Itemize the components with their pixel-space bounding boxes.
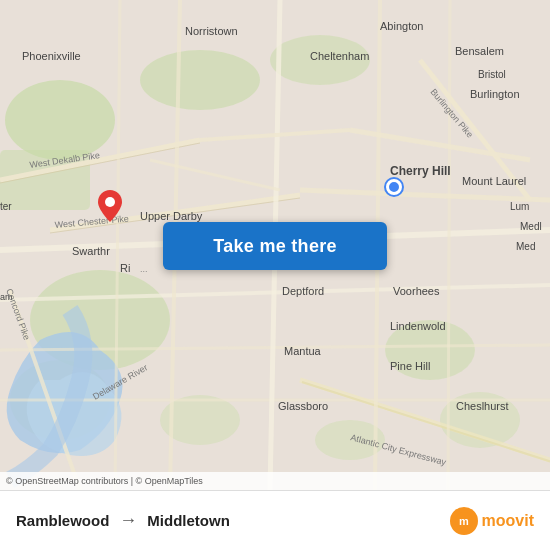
moovit-logo: m moovit (450, 507, 534, 535)
origin-label: Ramblewood (16, 512, 109, 529)
svg-text:m: m (459, 515, 469, 527)
svg-text:Phoenixville: Phoenixville (22, 50, 81, 62)
svg-text:Abington: Abington (380, 20, 423, 32)
svg-point-1 (5, 80, 115, 160)
map-container: Phoenixville Norristown Abington Bensale… (0, 0, 550, 490)
svg-text:Med: Med (516, 241, 535, 252)
svg-text:Swarthr: Swarthr (72, 245, 110, 257)
svg-text:Medl: Medl (520, 221, 542, 232)
svg-text:Glassboro: Glassboro (278, 400, 328, 412)
svg-text:Bristol: Bristol (478, 69, 506, 80)
svg-text:Cheltenham: Cheltenham (310, 50, 369, 62)
svg-text:Upper Darby: Upper Darby (140, 210, 203, 222)
svg-text:Cherry Hill: Cherry Hill (390, 164, 451, 178)
destination-dot (386, 179, 402, 195)
map-attribution: © OpenStreetMap contributors | © OpenMap… (0, 472, 550, 490)
svg-point-3 (140, 50, 260, 110)
svg-text:Burlington: Burlington (470, 88, 520, 100)
moovit-icon: m (450, 507, 478, 535)
svg-text:ter: ter (0, 201, 12, 212)
svg-text:Mount Laurel: Mount Laurel (462, 175, 526, 187)
direction-arrow: → (119, 510, 137, 531)
footer-bar: Ramblewood → Middletown m moovit (0, 490, 550, 550)
svg-text:Cheslhurst: Cheslhurst (456, 400, 509, 412)
svg-text:Deptford: Deptford (282, 285, 324, 297)
svg-text:Bensalem: Bensalem (455, 45, 504, 57)
origin-pin (98, 190, 122, 226)
svg-text:Norristown: Norristown (185, 25, 238, 37)
svg-text:Ri: Ri (120, 262, 130, 274)
svg-text:Lindenwold: Lindenwold (390, 320, 446, 332)
svg-text:Mantua: Mantua (284, 345, 322, 357)
destination-label: Middletown (147, 512, 230, 529)
svg-point-64 (105, 197, 115, 207)
svg-text:Voorhees: Voorhees (393, 285, 440, 297)
take-me-there-button[interactable]: Take me there (163, 222, 387, 270)
svg-text:...: ... (140, 264, 148, 274)
svg-line-26 (448, 0, 450, 490)
svg-text:Pine Hill: Pine Hill (390, 360, 430, 372)
attribution-text: © OpenStreetMap contributors | © OpenMap… (6, 476, 203, 486)
moovit-text: moovit (482, 512, 534, 530)
svg-text:Lum: Lum (510, 201, 529, 212)
